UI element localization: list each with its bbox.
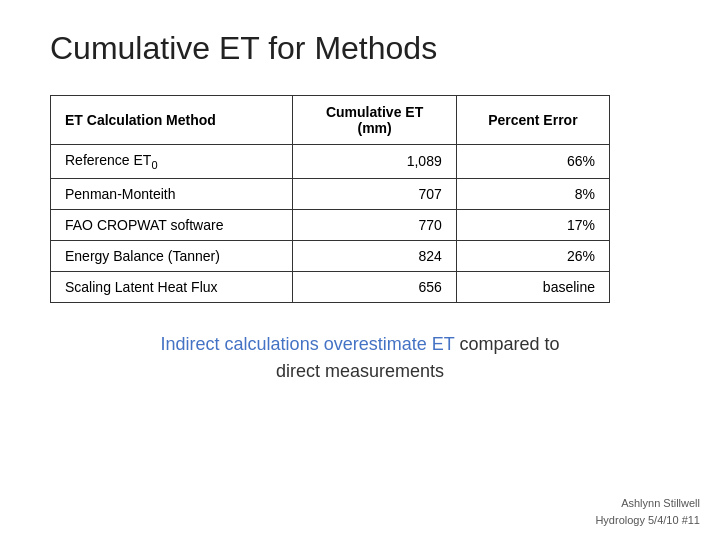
table-body: Reference ET01,08966%Penman-Monteith7078… xyxy=(51,145,610,303)
col-header-error: Percent Error xyxy=(456,96,609,145)
bottom-text-container: Indirect calculations overestimate ET co… xyxy=(50,331,670,385)
table-row: Reference ET01,08966% xyxy=(51,145,610,179)
cell-error: 8% xyxy=(456,178,609,209)
cell-method: Penman-Monteith xyxy=(51,178,293,209)
table-row: Energy Balance (Tanner)82426% xyxy=(51,240,610,271)
cell-cumulative: 656 xyxy=(293,271,456,302)
cell-cumulative: 770 xyxy=(293,209,456,240)
cell-error: 17% xyxy=(456,209,609,240)
table-wrapper: ET Calculation Method Cumulative ET(mm) … xyxy=(50,95,610,303)
page-container: Cumulative ET for Methods ET Calculation… xyxy=(0,0,720,540)
table-row: Scaling Latent Heat Flux656baseline xyxy=(51,271,610,302)
table-header-row: ET Calculation Method Cumulative ET(mm) … xyxy=(51,96,610,145)
page-title: Cumulative ET for Methods xyxy=(50,30,670,67)
data-table: ET Calculation Method Cumulative ET(mm) … xyxy=(50,95,610,303)
cell-error: baseline xyxy=(456,271,609,302)
bottom-text-highlight: Indirect calculations overestimate ET xyxy=(161,334,455,354)
col-header-cumulative: Cumulative ET(mm) xyxy=(293,96,456,145)
table-row: Penman-Monteith7078% xyxy=(51,178,610,209)
cell-cumulative: 824 xyxy=(293,240,456,271)
cell-method: Scaling Latent Heat Flux xyxy=(51,271,293,302)
cell-cumulative: 707 xyxy=(293,178,456,209)
cell-cumulative: 1,089 xyxy=(293,145,456,179)
footer: Ashlynn Stillwell Hydrology 5/4/10 #11 xyxy=(595,495,700,528)
cell-error: 26% xyxy=(456,240,609,271)
cell-error: 66% xyxy=(456,145,609,179)
cell-method: FAO CROPWAT software xyxy=(51,209,293,240)
cell-method: Energy Balance (Tanner) xyxy=(51,240,293,271)
table-row: FAO CROPWAT software77017% xyxy=(51,209,610,240)
col-header-method: ET Calculation Method xyxy=(51,96,293,145)
cell-method: Reference ET0 xyxy=(51,145,293,179)
footer-line1: Ashlynn Stillwell xyxy=(595,495,700,512)
footer-line2: Hydrology 5/4/10 #11 xyxy=(595,512,700,529)
